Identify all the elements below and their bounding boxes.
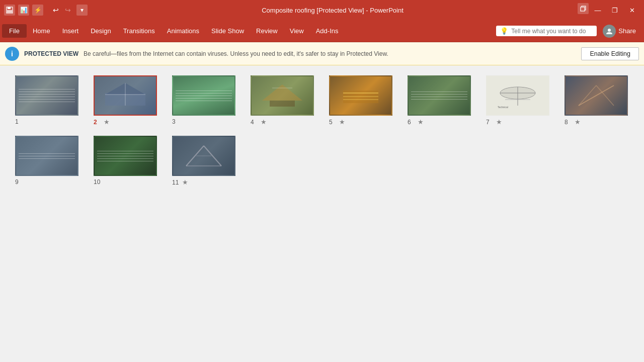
window-title: Composite roofing [Protected View] - Pow… [88,7,578,14]
slide-thumb-4[interactable] [251,75,314,116]
protected-view-label: PROTECTED VIEW [24,50,78,57]
slide-thumb-7[interactable]: Technical [486,75,549,116]
slide-number-4: 4 [251,119,258,126]
slide-grid: 1 2 ★ [15,75,629,186]
title-bar: 📊 ⚡ ↩ ↪ ▾ Composite roofing [Protected V… [0,0,644,20]
svg-text:Technical: Technical [498,106,508,109]
presenter-icon: 📊 [18,5,29,16]
share-label: Share [618,27,636,35]
share-button[interactable]: Share [597,23,642,40]
title-bar-icons: 📊 ⚡ ↩ ↪ ▾ [4,5,88,16]
star-icon-5: ★ [339,118,345,126]
menu-item-design[interactable]: Design [85,24,117,38]
slide-number-1: 1 [15,118,22,125]
undo-button[interactable]: ↩ [50,5,61,15]
slide-item-4[interactable]: 4 ★ [251,75,314,126]
svg-point-4 [608,29,611,32]
minimize-button[interactable]: — [590,3,606,17]
svg-rect-10 [270,101,295,107]
quick-access-icon[interactable]: ⚡ [32,5,43,16]
redo-button[interactable]: ↪ [62,5,73,15]
menu-bar: File Home Insert Design Transitions Anim… [0,20,644,42]
slide-meta-10: 10 [94,178,101,186]
protected-view-bar: i PROTECTED VIEW Be careful—files from t… [0,42,644,65]
svg-line-22 [579,85,614,106]
menu-item-insert[interactable]: Insert [56,24,85,38]
slide-thumb-1[interactable] [15,75,78,116]
slide-number-11: 11 [172,179,179,186]
svg-line-24 [596,85,614,106]
enable-editing-button[interactable]: Enable Editing [581,47,639,60]
slide-meta-8: 8 ★ [565,118,581,126]
slide-thumb-10[interactable] [94,136,157,176]
slide-number-10: 10 [94,178,101,186]
slide-meta-11: 11 ★ [172,178,188,186]
menu-item-home[interactable]: Home [27,24,56,38]
svg-line-23 [579,85,596,106]
menu-item-view[interactable]: View [284,24,310,38]
slide-thumb-5[interactable] [329,75,392,116]
maximize-button[interactable]: ❐ [607,3,623,17]
slide-meta-6: 6 ★ [408,118,424,126]
slide-number-5: 5 [329,119,336,126]
star-icon-6: ★ [418,118,424,126]
close-button[interactable]: ✕ [624,3,640,17]
save-icon[interactable] [4,5,15,16]
slide-meta-2: 2 ★ [94,118,110,126]
slide-area: 1 2 ★ [0,65,644,362]
search-input[interactable] [511,28,592,35]
star-icon-7: ★ [496,118,502,126]
user-avatar [603,25,616,38]
protected-view-message: Be careful—files from the Internet can c… [84,50,576,57]
slide-number-3: 3 [172,118,179,125]
svg-rect-1 [8,7,11,9]
slide-item-7[interactable]: Technical 7 ★ [486,75,549,126]
star-icon-2: ★ [104,118,110,126]
menu-item-review[interactable]: Review [250,24,284,38]
dropdown-icon[interactable]: ▾ [76,5,88,16]
menu-item-animations[interactable]: Animations [161,24,205,38]
slide-thumb-2[interactable] [94,75,157,116]
slide-item-1[interactable]: 1 [15,75,78,126]
slide-item-11[interactable]: 11 ★ [172,136,235,186]
slide-number-2: 2 [94,119,101,126]
slide-number-9: 9 [15,178,22,186]
slide-thumb-6[interactable] [408,75,471,116]
slide-number-6: 6 [408,119,415,126]
svg-rect-2 [7,10,12,13]
slide-item-2[interactable]: 2 ★ [94,75,157,126]
menu-item-transitions[interactable]: Transitions [117,24,161,38]
slide-item-10[interactable]: 10 [94,136,157,186]
menu-item-file[interactable]: File [2,24,27,38]
slide-thumb-3[interactable] [172,75,235,116]
info-icon: i [5,47,19,61]
search-box[interactable]: 💡 [496,26,597,36]
slide-number-8: 8 [565,119,572,126]
slide-item-5[interactable]: 5 ★ [329,75,392,126]
slide-meta-4: 4 ★ [251,118,267,126]
slide-item-6[interactable]: 6 ★ [408,75,471,126]
window-controls: — ❐ ✕ [578,3,640,17]
slide-thumb-9[interactable] [15,136,78,176]
slide-item-9[interactable]: 9 [15,136,78,186]
menu-item-addins[interactable]: Add-Ins [310,24,345,38]
slide-meta-7: 7 ★ [486,118,502,126]
restore-down-icon [578,3,589,14]
slide-meta-1: 1 [15,118,22,125]
slide-meta-3: 3 [172,118,179,125]
svg-marker-9 [262,84,302,101]
slide-thumb-11[interactable] [172,136,235,176]
slide-number-7: 7 [486,119,493,126]
undo-redo-group: ↩ ↪ [50,5,73,15]
slide-meta-9: 9 [15,178,22,186]
star-icon-8: ★ [575,118,581,126]
slide-thumb-8[interactable] [565,75,628,116]
slide-meta-5: 5 ★ [329,118,345,126]
star-icon-4: ★ [261,118,267,126]
slide-item-8[interactable]: 8 ★ [565,75,628,126]
svg-rect-3 [581,7,585,11]
star-icon-11: ★ [182,178,188,186]
lightbulb-icon: 💡 [500,27,508,35]
slide-item-3[interactable]: 3 [172,75,235,126]
menu-item-slideshow[interactable]: Slide Show [205,24,250,38]
